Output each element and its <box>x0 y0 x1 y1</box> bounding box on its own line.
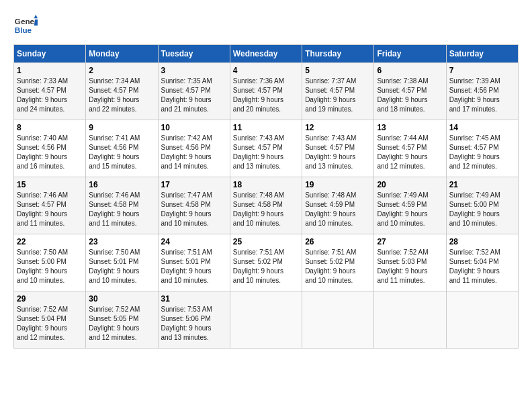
day-of-week-header: Sunday <box>14 45 86 63</box>
day-number: 3 <box>161 66 227 75</box>
day-info: Sunrise: 7:52 AMSunset: 5:03 PMDaylight:… <box>377 248 443 285</box>
day-info: Sunrise: 7:50 AMSunset: 5:00 PMDaylight:… <box>17 248 83 285</box>
day-number: 7 <box>449 66 515 75</box>
day-number: 13 <box>377 123 443 132</box>
day-info: Sunrise: 7:52 AMSunset: 5:04 PMDaylight:… <box>17 305 83 342</box>
calendar-day-cell: 17Sunrise: 7:47 AMSunset: 4:58 PMDayligh… <box>158 177 230 234</box>
day-info: Sunrise: 7:47 AMSunset: 4:58 PMDaylight:… <box>161 191 227 228</box>
day-info: Sunrise: 7:49 AMSunset: 4:59 PMDaylight:… <box>377 191 443 228</box>
day-number: 12 <box>305 123 371 132</box>
calendar-day-cell <box>302 291 374 349</box>
calendar-day-cell: 9Sunrise: 7:41 AMSunset: 4:56 PMDaylight… <box>86 120 158 177</box>
day-number: 2 <box>89 66 154 75</box>
day-number: 31 <box>161 294 227 304</box>
calendar-day-cell: 12Sunrise: 7:43 AMSunset: 4:57 PMDayligh… <box>302 120 374 177</box>
day-number: 18 <box>233 180 299 189</box>
calendar-day-cell: 16Sunrise: 7:46 AMSunset: 4:58 PMDayligh… <box>86 177 158 234</box>
day-info: Sunrise: 7:51 AMSunset: 5:02 PMDaylight:… <box>305 248 371 285</box>
day-number: 23 <box>89 237 154 246</box>
day-number: 8 <box>17 123 83 132</box>
calendar-day-cell: 23Sunrise: 7:50 AMSunset: 5:01 PMDayligh… <box>86 234 158 291</box>
day-number: 17 <box>161 180 227 189</box>
calendar-week-row: 29Sunrise: 7:52 AMSunset: 5:04 PMDayligh… <box>14 291 519 349</box>
calendar-day-cell: 19Sunrise: 7:48 AMSunset: 4:59 PMDayligh… <box>302 177 374 234</box>
day-number: 28 <box>449 237 515 246</box>
day-number: 15 <box>17 180 83 189</box>
calendar-day-cell: 26Sunrise: 7:51 AMSunset: 5:02 PMDayligh… <box>302 234 374 291</box>
day-info: Sunrise: 7:46 AMSunset: 4:57 PMDaylight:… <box>17 191 83 228</box>
day-number: 27 <box>377 237 443 246</box>
day-info: Sunrise: 7:53 AMSunset: 5:06 PMDaylight:… <box>161 305 227 342</box>
calendar-day-cell: 21Sunrise: 7:49 AMSunset: 5:00 PMDayligh… <box>446 177 518 234</box>
calendar-day-cell: 15Sunrise: 7:46 AMSunset: 4:57 PMDayligh… <box>14 177 86 234</box>
day-number: 21 <box>449 180 515 189</box>
day-info: Sunrise: 7:49 AMSunset: 5:00 PMDaylight:… <box>449 191 515 228</box>
day-info: Sunrise: 7:44 AMSunset: 4:57 PMDaylight:… <box>377 134 443 171</box>
day-of-week-header: Friday <box>374 45 446 63</box>
day-info: Sunrise: 7:43 AMSunset: 4:57 PMDaylight:… <box>305 134 371 171</box>
day-info: Sunrise: 7:34 AMSunset: 4:57 PMDaylight:… <box>89 77 154 114</box>
calendar-day-cell: 28Sunrise: 7:52 AMSunset: 5:04 PMDayligh… <box>446 234 518 291</box>
day-info: Sunrise: 7:33 AMSunset: 4:57 PMDaylight:… <box>17 77 83 114</box>
day-number: 10 <box>161 123 227 132</box>
day-info: Sunrise: 7:43 AMSunset: 4:57 PMDaylight:… <box>233 134 299 171</box>
calendar-header: SundayMondayTuesdayWednesdayThursdayFrid… <box>14 45 519 63</box>
day-of-week-header: Wednesday <box>230 45 302 63</box>
calendar-day-cell: 8Sunrise: 7:40 AMSunset: 4:56 PMDaylight… <box>14 120 86 177</box>
day-number: 11 <box>233 123 299 132</box>
day-info: Sunrise: 7:37 AMSunset: 4:57 PMDaylight:… <box>305 77 371 114</box>
calendar-day-cell: 6Sunrise: 7:38 AMSunset: 4:57 PMDaylight… <box>374 63 446 120</box>
calendar-table: SundayMondayTuesdayWednesdayThursdayFrid… <box>13 44 519 349</box>
calendar-day-cell: 10Sunrise: 7:42 AMSunset: 4:56 PMDayligh… <box>158 120 230 177</box>
day-of-week-header: Saturday <box>446 45 518 63</box>
calendar-week-row: 8Sunrise: 7:40 AMSunset: 4:56 PMDaylight… <box>14 120 519 177</box>
day-number: 16 <box>89 180 154 189</box>
day-number: 25 <box>233 237 299 246</box>
header: General Blue <box>13 13 519 38</box>
calendar-day-cell: 22Sunrise: 7:50 AMSunset: 5:00 PMDayligh… <box>14 234 86 291</box>
day-info: Sunrise: 7:36 AMSunset: 4:57 PMDaylight:… <box>233 77 299 114</box>
calendar-day-cell: 24Sunrise: 7:51 AMSunset: 5:01 PMDayligh… <box>158 234 230 291</box>
day-number: 5 <box>305 66 371 75</box>
calendar-day-cell: 13Sunrise: 7:44 AMSunset: 4:57 PMDayligh… <box>374 120 446 177</box>
day-info: Sunrise: 7:45 AMSunset: 4:57 PMDaylight:… <box>449 134 515 171</box>
day-info: Sunrise: 7:48 AMSunset: 4:58 PMDaylight:… <box>233 191 299 228</box>
day-info: Sunrise: 7:50 AMSunset: 5:01 PMDaylight:… <box>89 248 154 285</box>
day-number: 26 <box>305 237 371 246</box>
calendar-day-cell: 14Sunrise: 7:45 AMSunset: 4:57 PMDayligh… <box>446 120 518 177</box>
day-info: Sunrise: 7:48 AMSunset: 4:59 PMDaylight:… <box>305 191 371 228</box>
day-info: Sunrise: 7:51 AMSunset: 5:01 PMDaylight:… <box>161 248 227 285</box>
logo: General Blue <box>13 13 40 38</box>
svg-text:Blue: Blue <box>15 26 32 34</box>
day-number: 1 <box>17 66 83 75</box>
calendar-body: 1Sunrise: 7:33 AMSunset: 4:57 PMDaylight… <box>14 63 519 349</box>
calendar-week-row: 22Sunrise: 7:50 AMSunset: 5:00 PMDayligh… <box>14 234 519 291</box>
day-info: Sunrise: 7:35 AMSunset: 4:57 PMDaylight:… <box>161 77 227 114</box>
calendar-day-cell: 25Sunrise: 7:51 AMSunset: 5:02 PMDayligh… <box>230 234 302 291</box>
day-number: 6 <box>377 66 443 75</box>
calendar-day-cell: 3Sunrise: 7:35 AMSunset: 4:57 PMDaylight… <box>158 63 230 120</box>
day-info: Sunrise: 7:41 AMSunset: 4:56 PMDaylight:… <box>89 134 154 171</box>
day-number: 30 <box>89 294 154 304</box>
day-number: 29 <box>17 294 83 304</box>
calendar-day-cell: 31Sunrise: 7:53 AMSunset: 5:06 PMDayligh… <box>158 291 230 349</box>
calendar-week-row: 15Sunrise: 7:46 AMSunset: 4:57 PMDayligh… <box>14 177 519 234</box>
day-info: Sunrise: 7:52 AMSunset: 5:04 PMDaylight:… <box>449 248 515 285</box>
day-of-week-header: Tuesday <box>158 45 230 63</box>
day-number: 22 <box>17 237 83 246</box>
day-number: 24 <box>161 237 227 246</box>
day-info: Sunrise: 7:51 AMSunset: 5:02 PMDaylight:… <box>233 248 299 285</box>
day-info: Sunrise: 7:40 AMSunset: 4:56 PMDaylight:… <box>17 134 83 171</box>
calendar-day-cell: 18Sunrise: 7:48 AMSunset: 4:58 PMDayligh… <box>230 177 302 234</box>
calendar-day-cell: 29Sunrise: 7:52 AMSunset: 5:04 PMDayligh… <box>14 291 86 349</box>
day-number: 4 <box>233 66 299 75</box>
day-number: 9 <box>89 123 154 132</box>
day-of-week-header: Monday <box>86 45 158 63</box>
calendar-week-row: 1Sunrise: 7:33 AMSunset: 4:57 PMDaylight… <box>14 63 519 120</box>
calendar-day-cell <box>230 291 302 349</box>
calendar-day-cell <box>374 291 446 349</box>
day-number: 14 <box>449 123 515 132</box>
day-number: 20 <box>377 180 443 189</box>
calendar-day-cell: 1Sunrise: 7:33 AMSunset: 4:57 PMDaylight… <box>14 63 86 120</box>
calendar-day-cell: 2Sunrise: 7:34 AMSunset: 4:57 PMDaylight… <box>86 63 158 120</box>
